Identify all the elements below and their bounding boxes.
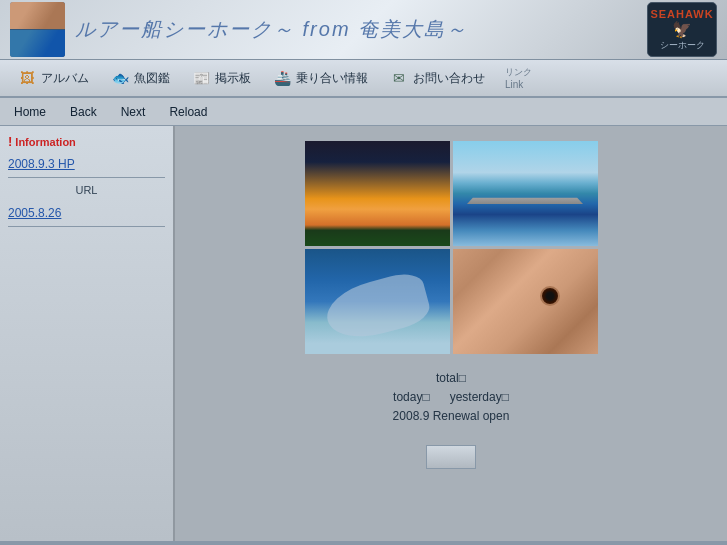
header: ルアー船シーホーク～ from 奄美大島～ SEAHAWK 🦅 シーホーク xyxy=(0,0,727,60)
header-fish-image xyxy=(10,2,65,57)
nav-ride[interactable]: 🚢 乗り合い情報 xyxy=(263,64,376,92)
header-logo: SEAHAWK 🦅 シーホーク xyxy=(647,2,717,57)
nav-album[interactable]: 🖼 アルバム xyxy=(8,64,97,92)
fish-silhouette xyxy=(321,268,433,345)
logo-sub-text: シーホーク xyxy=(660,39,705,52)
fish-icon: 🐟 xyxy=(109,67,131,89)
nav-contact-label: お問い合わせ xyxy=(413,70,485,87)
nav-bar: 🖼 アルバム 🐟 魚図鑑 📰 掲示板 🚢 乗り合い情報 ✉ お問い合わせ リンク… xyxy=(0,60,727,98)
footer xyxy=(0,541,727,545)
nav-ride-label: 乗り合い情報 xyxy=(296,70,368,87)
toolbar: Home Back Next Reload xyxy=(0,98,727,126)
photo-grid xyxy=(305,141,598,354)
logo-bird-icon: 🦅 xyxy=(672,20,692,39)
info-text: Information xyxy=(15,136,76,148)
site-title: ルアー船シーホーク～ from 奄美大島～ xyxy=(75,16,468,43)
today-stat: today□ xyxy=(393,388,430,407)
boat-shape xyxy=(467,173,583,205)
sidebar-link-2[interactable]: 2005.8.26 xyxy=(8,206,165,220)
sidebar-section-1: 2008.9.3 HP URL xyxy=(8,157,165,196)
photo-3 xyxy=(305,249,450,354)
logo-top-text: SEAHAWK xyxy=(650,8,713,20)
nav-board-label: 掲示板 xyxy=(215,70,251,87)
board-icon: 📰 xyxy=(190,67,212,89)
sidebar: ! Information 2008.9.3 HP URL 2005.8.26 xyxy=(0,126,175,541)
reload-button[interactable]: Reload xyxy=(165,103,211,121)
home-button[interactable]: Home xyxy=(10,103,50,121)
nav-link[interactable]: リンクLink xyxy=(497,63,540,93)
photo-1 xyxy=(305,141,450,246)
today-yesterday-row: today□ yesterday□ xyxy=(393,388,510,407)
content-area: total□ today□ yesterday□ 2008.9 Renewal … xyxy=(175,126,727,541)
info-icon: ! xyxy=(8,134,12,149)
ride-icon: 🚢 xyxy=(271,67,293,89)
header-left: ルアー船シーホーク～ from 奄美大島～ xyxy=(10,2,468,57)
photo-2 xyxy=(453,141,598,246)
nav-fish[interactable]: 🐟 魚図鑑 xyxy=(101,64,178,92)
photo-1-inner xyxy=(305,141,450,246)
photo-4-inner xyxy=(453,249,598,354)
photo-3-inner xyxy=(305,249,450,354)
renewal-label: 2008.9 Renewal open xyxy=(393,407,510,426)
sidebar-section-2: 2005.8.26 xyxy=(8,206,165,227)
sidebar-divider-2 xyxy=(8,226,165,227)
nav-fish-label: 魚図鑑 xyxy=(134,70,170,87)
nav-contact[interactable]: ✉ お問い合わせ xyxy=(380,64,493,92)
next-button[interactable]: Next xyxy=(117,103,150,121)
submit-button[interactable] xyxy=(426,445,476,469)
photo-4 xyxy=(453,249,598,354)
sidebar-link-1[interactable]: 2008.9.3 HP xyxy=(8,157,165,171)
yesterday-stat: yesterday□ xyxy=(450,388,509,407)
photo-2-inner xyxy=(453,141,598,246)
contact-icon: ✉ xyxy=(388,67,410,89)
album-icon: 🖼 xyxy=(16,67,38,89)
back-button[interactable]: Back xyxy=(66,103,101,121)
info-label: ! Information xyxy=(8,134,165,149)
nav-album-label: アルバム xyxy=(41,70,89,87)
main: ! Information 2008.9.3 HP URL 2005.8.26 xyxy=(0,126,727,541)
seahawk-logo-box: SEAHAWK 🦅 シーホーク xyxy=(647,2,717,57)
total-stat: total□ xyxy=(393,369,510,388)
sidebar-divider-1 xyxy=(8,177,165,178)
nav-board[interactable]: 📰 掲示板 xyxy=(182,64,259,92)
fish-eye xyxy=(540,286,560,306)
sidebar-sub-1: URL xyxy=(8,184,165,196)
nav-link-label: リンクLink xyxy=(505,66,532,90)
stats-area: total□ today□ yesterday□ 2008.9 Renewal … xyxy=(393,369,510,427)
